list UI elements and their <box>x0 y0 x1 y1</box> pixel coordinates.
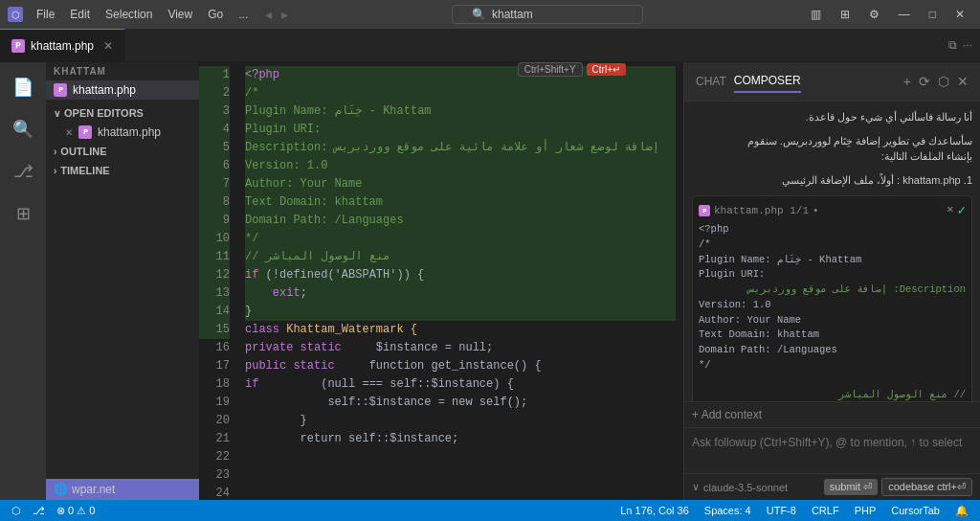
chat-tab[interactable]: CHAT <box>696 71 726 92</box>
open-filename: khattam.php <box>98 125 161 139</box>
ln-col-text: Ln 176, Col 36 <box>620 505 689 516</box>
cursor-tab-indicator[interactable]: CursorTab <box>887 505 944 516</box>
menu-bar: File Edit Selection View Go ... <box>31 6 254 23</box>
search-box[interactable]: 🔍 khattam <box>452 5 643 24</box>
line-ending-indicator[interactable]: CRLF <box>808 505 843 516</box>
maximize-button[interactable]: □ <box>922 6 944 23</box>
error-icon: ⊗ 0 ⚠ 0 <box>56 505 95 517</box>
wpar-text: wpar.net <box>72 483 115 496</box>
chat-header-actions: + ⟳ ⬡ ✕ <box>903 74 969 89</box>
editor-area: 123456789101112131415161718192021222324 … <box>199 62 683 500</box>
chevron-icon: ∨ <box>54 108 60 119</box>
spaces-indicator[interactable]: Spaces: 4 <box>701 505 755 516</box>
bottom-sections: ∨ OPEN EDITORS ✕ 𝗣 khattam.php › OUTLINE… <box>46 100 199 184</box>
menu-edit[interactable]: Edit <box>64 6 96 23</box>
code-block-title: 𝗣 khattam.php 1/1 • <box>699 205 819 216</box>
tab-label: khattam.php <box>31 39 94 53</box>
open-file-icon: 𝗣 <box>78 125 92 139</box>
remote-indicator[interactable]: ⬡ <box>8 505 25 517</box>
nav-back[interactable]: ◂ <box>261 5 276 24</box>
split-editor-icon[interactable]: ⧉ <box>948 38 957 52</box>
wpar-badge: 🌐 wpar.net <box>46 479 199 500</box>
editor-content[interactable]: 123456789101112131415161718192021222324 … <box>199 62 683 500</box>
timeline-section[interactable]: › TIMELINE <box>46 161 199 180</box>
chevron-icon: › <box>54 166 56 176</box>
line-ending-text: CRLF <box>812 505 839 516</box>
code-block-header: 𝗣 khattam.php 1/1 • ✕ ✓ <box>699 202 966 218</box>
apply-button[interactable]: ✓ <box>958 202 966 218</box>
add-context-button[interactable]: + Add context <box>684 401 980 427</box>
settings-icon[interactable]: ⚙ <box>861 6 887 23</box>
history-icon[interactable]: ⟳ <box>919 74 930 89</box>
chat-panel: CHAT COMPOSER + ⟳ ⬡ ✕ أنا رسالة فاسألني … <box>683 62 980 500</box>
popout-icon[interactable]: ⬡ <box>938 74 949 89</box>
close-panel-icon[interactable]: ✕ <box>957 74 969 89</box>
codebase-button[interactable]: codebase ctrl+⏎ <box>881 478 972 496</box>
tab-close-button[interactable]: ✕ <box>103 39 113 53</box>
language-text: PHP <box>855 505 877 516</box>
encoding-indicator[interactable]: UTF-8 <box>763 505 800 516</box>
arrow-indicator: ↑ <box>976 244 980 268</box>
section-label: OPEN EDITORS <box>64 107 144 119</box>
spaces-text: Spaces: 4 <box>704 505 751 516</box>
sidebar-filename: khattam.php <box>73 83 136 97</box>
branch-indicator[interactable]: ⎇ <box>29 505 49 517</box>
add-icon[interactable]: + <box>903 74 911 89</box>
branch-icon: ⎇ <box>33 505 45 517</box>
line-numbers: 123456789101112131415161718192021222324 <box>199 62 237 500</box>
search-icon: 🔍 <box>472 8 486 21</box>
chat-input[interactable] <box>692 436 972 463</box>
status-left: ⬡ ⎇ ⊗ 0 ⚠ 0 <box>8 505 99 517</box>
wpar-icon: 🌐 <box>54 483 68 496</box>
minimize-button[interactable]: — <box>891 6 918 23</box>
explorer-icon active[interactable]: ⊞ <box>6 196 40 231</box>
ln-col-indicator[interactable]: Ln 176, Col 36 <box>616 505 693 516</box>
chat-header: CHAT COMPOSER + ⟳ ⬡ ✕ <box>684 62 980 102</box>
close-code-icon[interactable]: ✕ <box>947 202 953 218</box>
source-control-icon[interactable]: ⎇ <box>6 154 40 189</box>
submit-actions: submit ⏎ codebase ctrl+⏎ <box>824 478 972 496</box>
layout-icon-2[interactable]: ⊞ <box>833 6 858 23</box>
chat-message-3: 1. khattam.php : أولاً، ملف الإضافة الرئ… <box>692 172 972 189</box>
chevron-down-icon: ∨ <box>692 481 700 493</box>
section-label: OUTLINE <box>60 146 106 157</box>
search-area: 🔍 khattam <box>300 5 795 24</box>
composer-tab[interactable]: COMPOSER <box>734 70 801 93</box>
window-controls: ▥ ⊞ ⚙ — □ ✕ <box>803 6 972 23</box>
remote-icon: ⬡ <box>11 505 21 517</box>
layout-icon[interactable]: ▥ <box>803 6 829 23</box>
model-name: claude-3.5-sonnet <box>703 482 788 493</box>
sidebar-item-khattam-php[interactable]: 𝗣 khattam.php <box>46 80 199 100</box>
tab-khattam-php[interactable]: 𝗣 khattam.php ✕ <box>0 29 125 61</box>
open-editors-section[interactable]: ∨ OPEN EDITORS <box>46 103 199 123</box>
notification-bell[interactable]: 🔔 <box>951 505 972 517</box>
code-filename: khattam.php 1/1 <box>714 205 809 216</box>
search-sidebar-icon[interactable]: 🔍 <box>6 112 40 147</box>
outline-section[interactable]: › OUTLINE <box>46 142 199 161</box>
close-icon[interactable]: ✕ <box>65 127 73 138</box>
chat-messages: أنا رسالة فاسألني أي شيء حول قاعدة. سأسا… <box>684 102 980 401</box>
chat-message-2: سأساعدك في تطوير إضافة خِتَام لووردبريس.… <box>692 133 972 165</box>
nav-forward[interactable]: ▸ <box>278 5 292 24</box>
close-button[interactable]: ✕ <box>947 6 972 23</box>
model-selector[interactable]: ∨ claude-3.5-sonnet <box>692 481 788 493</box>
menu-go[interactable]: Go <box>202 6 229 23</box>
error-indicator[interactable]: ⊗ 0 ⚠ 0 <box>53 505 99 517</box>
status-right: Ln 176, Col 36 Spaces: 4 UTF-8 CRLF PHP … <box>616 505 972 517</box>
new-file-icon[interactable]: 📄 <box>6 70 40 104</box>
chevron-icon: › <box>54 147 56 157</box>
menu-file[interactable]: File <box>31 6 60 23</box>
submit-button[interactable]: submit ⏎ <box>824 479 878 495</box>
file-icon: 𝗣 <box>11 39 25 53</box>
language-indicator[interactable]: PHP <box>851 505 880 516</box>
tab-bar: 𝗣 khattam.php ✕ ⧉ ··· <box>0 29 980 62</box>
menu-more[interactable]: ... <box>233 6 254 23</box>
chat-footer: ∨ claude-3.5-sonnet submit ⏎ codebase ct… <box>684 473 980 500</box>
code-editor[interactable]: <?php/*Plugin Name: خِتَام - KhattamPlug… <box>237 62 683 500</box>
code-block-actions: ✕ ✓ <box>947 202 966 218</box>
open-file-item[interactable]: ✕ 𝗣 khattam.php <box>46 123 199 142</box>
more-actions-icon[interactable]: ··· <box>963 38 972 52</box>
menu-selection[interactable]: Selection <box>100 6 158 23</box>
code-content: <?php /* Plugin Name: خِتَام - Khattam P… <box>699 222 966 401</box>
menu-view[interactable]: View <box>162 6 198 23</box>
